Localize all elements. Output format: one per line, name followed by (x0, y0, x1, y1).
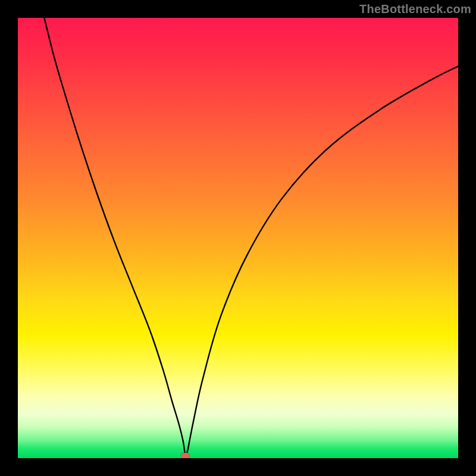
curve-layer (18, 18, 458, 458)
chart-frame: TheBottleneck.com (0, 0, 476, 476)
watermark-text: TheBottleneck.com (359, 2, 471, 16)
minimum-marker-icon (181, 453, 189, 458)
plot-area (18, 18, 458, 458)
curve-path (44, 18, 458, 455)
